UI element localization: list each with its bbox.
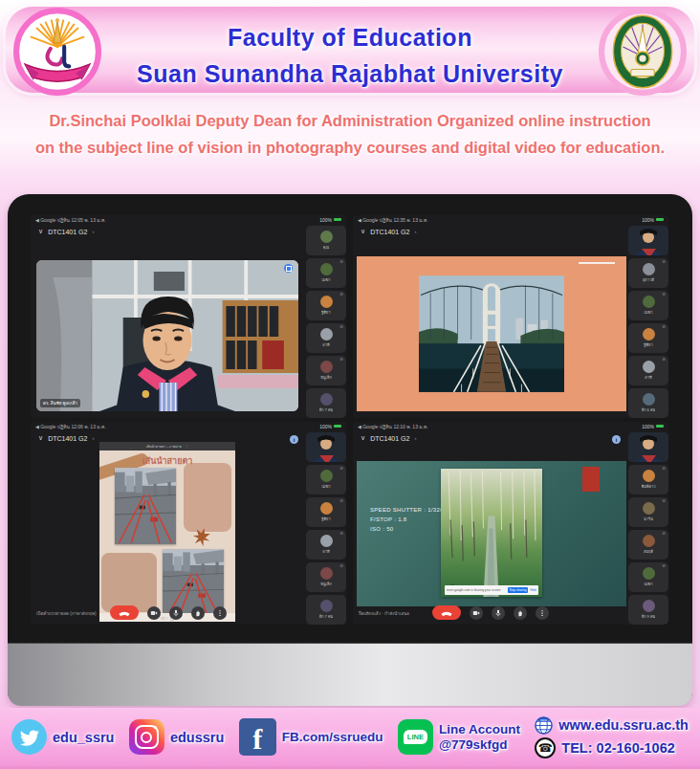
meeting-name[interactable]: DTC1401 G2 [370,229,409,235]
collage-shape [184,463,231,532]
chevron-down-icon[interactable]: ∨ [38,228,43,235]
overflow-participants-tile[interactable]: อีก 9 คน [628,595,668,625]
mic-off-icon: ⊘ [339,357,343,362]
participant-tile[interactable]: ⊘ฐิติยา [628,323,668,353]
website-url[interactable]: www.edu.ssru.ac.th [558,717,689,733]
instagram-handle[interactable]: edussru [170,730,224,745]
battery-icon [334,425,341,428]
participant-name: ฐิติยา [644,341,652,348]
info-icon[interactable]: i [290,435,298,444]
slide-progress-line [579,262,615,264]
line-contact[interactable]: LINE Line Account @779skfgd [398,719,520,755]
camera-settings-text: SPEED SHUTTER : 1/320 F/STOP : 1.8 ISO :… [370,505,444,534]
participant-tile[interactable]: ⊘สุภาวดี [628,258,668,288]
chrome-share-bar: meet.google.com is sharing your screen S… [445,585,538,595]
avatar [643,502,655,515]
line-icon[interactable]: LINE [398,719,433,755]
participant-tile[interactable]: ⊘พิมพ์ดาว [628,465,668,494]
info-icon[interactable]: i [612,435,621,444]
mic-off-icon: ⊘ [339,292,343,297]
chevron-down-icon[interactable]: ∨ [361,228,365,235]
avatar [643,296,655,308]
mic-toggle-button[interactable] [169,606,183,620]
participant-name: ฐิติยา [321,516,330,522]
meeting-name[interactable]: DTC1401 G2 [48,229,87,235]
camera-toggle-button[interactable] [147,606,161,620]
chevron-down-icon[interactable]: ∨ [361,434,365,442]
participant-tile[interactable]: ⊘เมฆา [306,465,346,494]
participant-tile[interactable]: ⊘อาทิ [306,530,346,560]
participant-name: อีก 9 คน [642,613,656,620]
meet-screen-bottom-left: ◀ Google ปฏิทิน 12:06 พ. 13 ม.ค. 100% ∨ … [31,422,346,625]
participant-tile[interactable]: คุณ [306,226,346,255]
self-view-tile[interactable] [306,432,346,462]
participant-tile[interactable]: ⊘หนูเล็ก [306,356,346,385]
participant-tile[interactable]: ⊘สมฤดี [628,530,668,560]
avatar [643,393,655,406]
avatar [320,328,333,341]
more-options-button[interactable] [536,606,549,620]
facebook-icon[interactable]: f [239,718,276,756]
line-label: Line Account [439,722,520,736]
camera-toggle-button[interactable] [470,606,483,620]
facebook-contact[interactable]: f FB.com/ssruedu [239,718,383,756]
participant-tile[interactable]: ⊘อาทิ [628,356,668,385]
twitter-handle[interactable]: edu_ssru [53,730,114,745]
caret-right-icon: › [414,435,416,441]
contact-footer: edu_ssru edussru f FB.com/ssruedu LINE L… [0,708,700,769]
participant-tile[interactable]: ⊘นาวิน [628,497,668,527]
browser-title: เส้นนำสายตา – ภาพถ่าย [146,444,182,450]
twitter-contact[interactable]: edu_ssru [11,719,114,755]
overflow-participants-tile[interactable]: อีก 7 คน [306,388,346,418]
battery-icon [656,425,664,428]
meeting-name[interactable]: DTC1401 G2 [370,435,409,442]
participant-tile[interactable]: ⊘หนูเล็ก [306,562,346,592]
telephone-row[interactable]: ☎ TEL: 02-160-1062 [535,737,689,758]
meeting-name[interactable]: DTC1401 G2 [48,435,87,442]
bridge-photo [419,275,564,392]
raise-hand-button[interactable] [514,606,527,620]
hide-share-bar-link[interactable]: Hide [530,588,536,592]
overflow-participants-tile[interactable]: อีก 6 คน [628,388,668,418]
raise-hand-button[interactable] [191,606,205,620]
twitter-icon[interactable] [11,719,47,755]
share-bar-text: meet.google.com is sharing your screen [447,588,506,592]
hang-up-button[interactable] [432,605,461,620]
slide-title: เส้นนำสายตา [99,454,235,468]
telephone-number[interactable]: TEL: 02-160-1062 [561,740,674,756]
shared-phone-presentation: เส้นนำสายตา – ภาพถ่าย ⋮ เส้นนำสายตา [99,442,235,622]
chevron-down-icon[interactable]: ∨ [38,434,43,442]
meet-screen-bottom-right: ◀ Google ปฏิทิน 12:10 พ. 13 ม.ค. 100% ∨ … [353,422,668,625]
university-title: Suan Sunandha Rajabhat University [6,60,694,88]
website-row[interactable]: www www.edu.ssru.ac.th [535,716,689,735]
participant-name: อีก 7 คน [319,613,334,620]
participant-tile[interactable]: ⊘เมฆา [628,291,668,320]
status-left: ◀ Google ปฏิทิน 12:05 พ. 13 ม.ค. [35,216,106,224]
facebook-handle[interactable]: FB.com/ssruedu [282,730,383,744]
mic-toggle-button[interactable] [492,606,505,620]
participant-tile[interactable]: ⊘เมฆา [306,258,346,288]
avatar [643,263,655,275]
avatar [643,567,655,580]
participant-name: คุณ [323,244,329,251]
participant-tile[interactable]: ⊘ฐิติยา [306,497,346,527]
overflow-participants-tile[interactable]: อีก 7 คน [306,595,346,625]
stop-sharing-button[interactable]: Stop sharing [508,587,529,593]
caret-right-icon: › [92,435,94,441]
status-left: ◀ Google ปฏิทิน 12:35 พ. 13 ม.ค. [358,216,428,224]
shared-slide-bridge [357,256,626,411]
self-view-tile[interactable] [628,432,668,462]
line-handle[interactable]: @779skfgd [439,737,520,752]
hang-up-button[interactable] [110,605,139,620]
instagram-icon[interactable] [129,719,164,755]
avatar [320,263,333,275]
pin-video-icon[interactable] [284,264,293,273]
more-vertical-icon[interactable]: ⋮ [186,445,189,449]
participant-tile[interactable]: ⊘เมฆา [628,562,668,592]
participant-tile[interactable]: ⊘อาทิ [306,323,346,353]
self-view-tile[interactable] [628,226,668,255]
more-options-button[interactable] [213,606,227,620]
participant-name: เมฆา [644,581,652,587]
participant-tile[interactable]: ⊘ฐิติยา [306,291,346,320]
instagram-contact[interactable]: edussru [129,719,224,755]
